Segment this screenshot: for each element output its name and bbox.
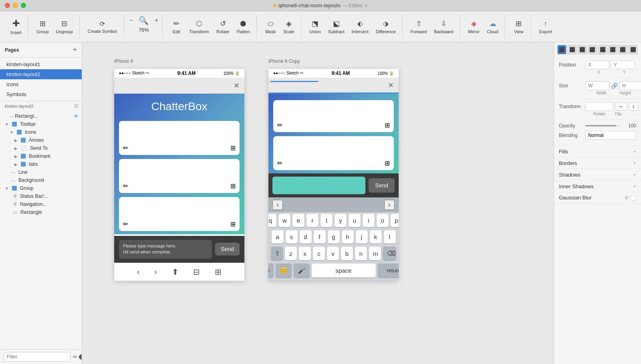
key-i[interactable]: i [363, 214, 375, 227]
edit-button[interactable]: ✏ Edit [167, 18, 185, 36]
zoom-fit-button[interactable]: 🔍 [135, 15, 153, 26]
key-g[interactable]: g [328, 230, 340, 243]
layer-item-background[interactable]: — Background [0, 176, 82, 184]
subtract-button[interactable]: ⬕ Subtract [325, 18, 348, 36]
key-y[interactable]: y [335, 214, 347, 227]
key-h[interactable]: h [342, 230, 354, 243]
zoom-out-button[interactable]: − [129, 17, 134, 24]
key-mic[interactable]: 🎤 [294, 263, 310, 278]
key-e[interactable]: e [292, 214, 304, 227]
layer-item-icons[interactable]: ▼ Icons [0, 128, 82, 136]
ungroup-button[interactable]: ⊟ Ungroup [53, 18, 76, 36]
borders-add-icon[interactable]: + [633, 160, 636, 166]
key-space[interactable]: space [312, 263, 376, 278]
keyboard-left-arrow[interactable]: ‹ [272, 200, 283, 210]
maximize-button[interactable] [21, 3, 26, 8]
flip-vertical-button[interactable]: ↕ [629, 103, 638, 111]
phone1-close-icon[interactable]: ✕ [234, 81, 240, 90]
key-f[interactable]: f [314, 230, 326, 243]
phone2-message-input[interactable] [272, 177, 365, 194]
difference-button[interactable]: ⬗ Difference [373, 18, 399, 36]
phone1-message-input[interactable]: Please type message here.Hit send when c… [119, 240, 212, 259]
visibility-eye-icon[interactable]: 👁 [74, 113, 79, 119]
phone2-close-icon[interactable]: ✕ [388, 81, 394, 90]
shadows-section[interactable]: Shadows + [554, 169, 641, 181]
key-z[interactable]: z [285, 247, 297, 260]
align-middle-v-button[interactable]: ⬛ [588, 45, 597, 54]
page-item-layout1[interactable]: kirsten-layout1 [0, 59, 82, 69]
layer-item-status-bar[interactable]: ↺ Status Bar/... [0, 192, 82, 200]
page-item-symbols[interactable]: Symbols [0, 89, 82, 99]
phone2-expand-icon-2[interactable]: ⊞ [385, 159, 390, 167]
key-shift[interactable]: ⇧ [271, 247, 283, 260]
key-emoji[interactable]: 😊 [276, 263, 292, 278]
cloud-button[interactable]: ☁ Cloud [484, 18, 502, 36]
edit-mode-button[interactable]: ✏ 2 [73, 354, 82, 360]
layer-item-arrows[interactable]: ▶ Arrows [0, 136, 82, 144]
layer-item-rectangle[interactable]: — Rectangl... 👁 [0, 112, 82, 120]
nav-share-icon[interactable]: ⬆ [172, 267, 179, 277]
page-item-icons[interactable]: icons [0, 79, 82, 89]
zoom-in-button[interactable]: + [154, 17, 159, 24]
insert-button[interactable]: ✚ Insert [7, 17, 25, 36]
flatten-button[interactable]: ⬢ Flatten [233, 18, 253, 36]
key-l[interactable]: l [384, 230, 396, 243]
key-m[interactable]: m [369, 247, 381, 260]
layer-item-toolbar[interactable]: ▼ Toolbar [0, 120, 82, 128]
phone2-expand-icon-1[interactable]: ⊞ [385, 121, 390, 129]
group-button[interactable]: ⊞ Group [33, 18, 52, 36]
edit-icon-1[interactable]: ✏ [123, 144, 128, 152]
opacity-slider[interactable] [585, 125, 620, 127]
fills-add-icon[interactable]: + [633, 148, 636, 155]
key-backspace[interactable]: ⌫ [383, 247, 396, 260]
mask-button[interactable]: ⬭ Mask [262, 18, 279, 36]
canvas-area[interactable]: iPhone 6 ●●○○○ Sketch 〜 9:41 AM 100% 🔋 ✕ [82, 42, 554, 364]
layer-item-line[interactable]: — Line [0, 168, 82, 176]
key-numbers[interactable]: 123 [268, 263, 274, 278]
key-v[interactable]: v [327, 247, 339, 260]
flip-horizontal-button[interactable]: ↔ [615, 103, 627, 111]
gaussian-blur-settings-icon[interactable]: ⚙ [625, 195, 629, 201]
key-t[interactable]: t [320, 214, 333, 227]
gaussian-blur-section[interactable]: Gaussian Blur ⚙ [554, 192, 641, 203]
backward-button[interactable]: ⇩ Backward [431, 18, 456, 36]
export-button[interactable]: ↑ Export [536, 18, 555, 36]
layer-item-send-to[interactable]: ▶ 📄 Send To [0, 144, 82, 152]
key-u[interactable]: u [349, 214, 361, 227]
nav-forward-icon[interactable]: › [154, 267, 157, 277]
fills-section[interactable]: Fills + [554, 146, 641, 157]
key-n[interactable]: n [355, 247, 367, 260]
edit-icon-2[interactable]: ✏ [123, 182, 128, 190]
keyboard-right-arrow[interactable]: › [384, 200, 395, 210]
key-j[interactable]: j [356, 230, 368, 243]
position-x-input[interactable] [585, 60, 609, 69]
transform-button[interactable]: ⬡ Transform [186, 18, 212, 36]
nav-grid-icon[interactable]: ⊞ [215, 267, 222, 277]
layer-item-group[interactable]: ▼ Group [0, 184, 82, 192]
key-return[interactable]: return [378, 263, 399, 278]
key-x[interactable]: x [299, 247, 311, 260]
key-w[interactable]: w [278, 214, 290, 227]
nav-back-icon[interactable]: ‹ [137, 267, 140, 277]
rotate-button[interactable]: ↺ Rotate [213, 18, 232, 36]
key-s[interactable]: s [286, 230, 298, 243]
key-o[interactable]: o [377, 214, 389, 227]
layer-item-navigation[interactable]: ↺ Navigation... [0, 200, 82, 208]
layer-item-bookmark[interactable]: ▶ Bookmark [0, 152, 82, 160]
key-d[interactable]: d [300, 230, 312, 243]
close-button[interactable] [5, 3, 10, 8]
phone1-send-button[interactable]: Send [215, 243, 240, 255]
expand-icon-2[interactable]: ⊞ [230, 182, 236, 190]
phone2-edit-icon-1[interactable]: ✏ [277, 121, 282, 129]
phone2-edit-icon-2[interactable]: ✏ [277, 159, 282, 167]
position-y-input[interactable] [611, 60, 635, 69]
key-q[interactable]: q [268, 214, 276, 227]
key-c[interactable]: c [313, 247, 325, 260]
blending-dropdown[interactable]: Normal [585, 131, 636, 140]
phone2-send-button[interactable]: Send [369, 178, 395, 193]
key-k[interactable]: k [370, 230, 382, 243]
distribute-h-button[interactable]: ⬛ [618, 45, 627, 54]
page-item-layout2[interactable]: kirsten-layout2 [0, 69, 82, 79]
layer-options-icon[interactable]: ⊟ [74, 103, 79, 109]
mirror-button[interactable]: ◈ Mirror [465, 18, 483, 36]
